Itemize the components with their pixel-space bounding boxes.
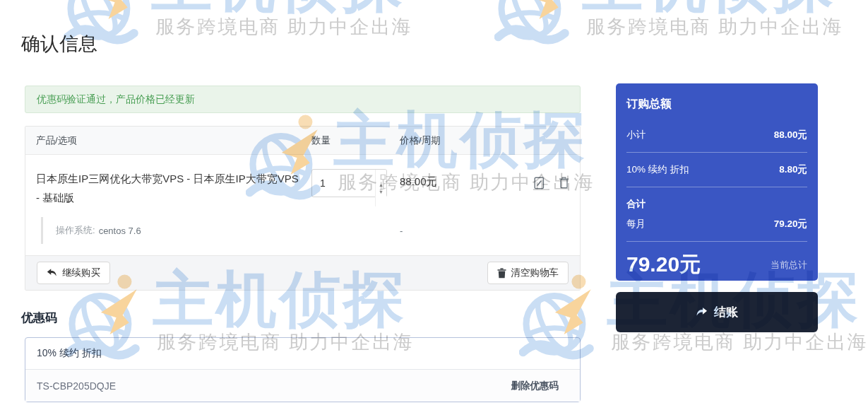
- edit-product-icon[interactable]: [534, 177, 545, 189]
- coupon-success-alert: 优惠码验证通过，产品价格已经更新: [25, 86, 581, 113]
- coupon-description: 10% 续约 折扣: [37, 347, 102, 360]
- continue-shopping-label: 继续购买: [62, 267, 100, 279]
- option-label: 操作系统:: [56, 224, 95, 237]
- alert-message: 优惠码验证通过，产品价格已经更新: [37, 93, 195, 106]
- summary-title: 订购总额: [626, 97, 807, 112]
- empty-cart-button[interactable]: 清空购物车: [487, 262, 569, 284]
- cart-footer: 继续购买 清空购物车: [25, 255, 580, 290]
- spinner-up-icon[interactable]: ▲: [379, 182, 384, 187]
- checkout-button[interactable]: 结账: [616, 292, 818, 332]
- coupon-box: 10% 续约 折扣 TS-CBP205DQJE 删除优惠码: [25, 337, 581, 402]
- grand-total-amount: 79.20元: [626, 250, 701, 279]
- divider: [626, 241, 807, 242]
- discount-label: 10% 续约 折扣: [626, 163, 689, 176]
- watermark-brand: 主机侦探: [582, 0, 843, 16]
- quantity-stepper[interactable]: ▲ ▼: [311, 169, 387, 207]
- divider: [626, 152, 807, 153]
- watermark-tagline: 服务跨境电商 助力中企出海: [582, 14, 843, 40]
- checkout-arrow-icon: [696, 307, 708, 317]
- coupon-code: TS-CBP205DQJE: [37, 380, 116, 392]
- coupon-section-heading: 优惠码: [21, 310, 57, 326]
- watermark: 主机侦探 服务跨境电商 助力中企出海: [494, 0, 843, 57]
- header-product-options: 产品/选项: [25, 134, 311, 147]
- remove-coupon-link[interactable]: 删除优惠码: [511, 380, 559, 392]
- order-summary-panel: 订购总额 小计 88.00元 10% 续约 折扣 8.80元 合计 每月 79.…: [616, 83, 818, 281]
- cart-card: 产品/选项 数量 价格/周期 日本原生IP三网优化大带宽VPS - 日本原生IP…: [25, 126, 581, 291]
- brand-logo-icon: [494, 0, 578, 57]
- grand-total-label: 当前总计: [771, 259, 807, 271]
- discount-value: 8.80元: [779, 163, 807, 176]
- trash-icon: [497, 268, 506, 279]
- page-title: 确认信息: [21, 31, 97, 57]
- product-price: 88.00元: [400, 169, 534, 207]
- cycle-label: 每月: [626, 218, 646, 230]
- delete-product-icon[interactable]: [559, 177, 569, 189]
- watermark-brand: 主机侦探: [151, 0, 412, 16]
- coupon-description-row: 10% 续约 折扣: [25, 338, 580, 370]
- cart-table-header: 产品/选项 数量 价格/周期: [25, 127, 580, 155]
- header-quantity: 数量: [311, 134, 400, 147]
- summary-cycle-row: 每月 79.20元: [625, 212, 809, 236]
- total-section-label: 合计: [625, 192, 809, 212]
- grand-total-row: 79.20元 当前总计: [625, 250, 809, 279]
- header-price-cycle: 价格/周期: [400, 134, 534, 147]
- summary-discount-row: 10% 续约 折扣 8.80元: [625, 158, 809, 182]
- checkout-label: 结账: [714, 304, 738, 320]
- product-option-row: 操作系统: centos 7.6 -: [25, 217, 580, 244]
- option-price: -: [400, 226, 534, 236]
- watermark-tagline: 服务跨境电商 助力中企出海: [151, 14, 412, 40]
- continue-shopping-button[interactable]: 继续购买: [37, 262, 110, 284]
- watermark-tagline: 服务跨境电商 助力中企出海: [607, 329, 868, 355]
- divider: [626, 187, 807, 187]
- empty-cart-label: 清空购物车: [511, 267, 559, 279]
- spinner-down-icon[interactable]: ▼: [379, 189, 384, 194]
- watermark: 主机侦探 服务跨境电商 助力中企出海: [64, 0, 412, 57]
- quantity-spinner[interactable]: ▲ ▼: [375, 170, 386, 206]
- back-arrow-icon: [47, 268, 57, 278]
- coupon-code-row: TS-CBP205DQJE 删除优惠码: [25, 370, 580, 402]
- option-value: centos 7.6: [99, 226, 141, 236]
- cart-product-row: 日本原生IP三网优化大带宽VPS - 日本原生IP大带宽VPS - 基础版 ▲ …: [25, 155, 580, 207]
- option-os: 操作系统: centos 7.6: [41, 217, 311, 244]
- cycle-value: 79.20元: [774, 218, 807, 230]
- summary-subtotal-row: 小计 88.00元: [625, 123, 809, 147]
- subtotal-label: 小计: [626, 129, 646, 141]
- subtotal-value: 88.00元: [774, 129, 807, 141]
- product-name: 日本原生IP三网优化大带宽VPS - 日本原生IP大带宽VPS - 基础版: [25, 169, 311, 207]
